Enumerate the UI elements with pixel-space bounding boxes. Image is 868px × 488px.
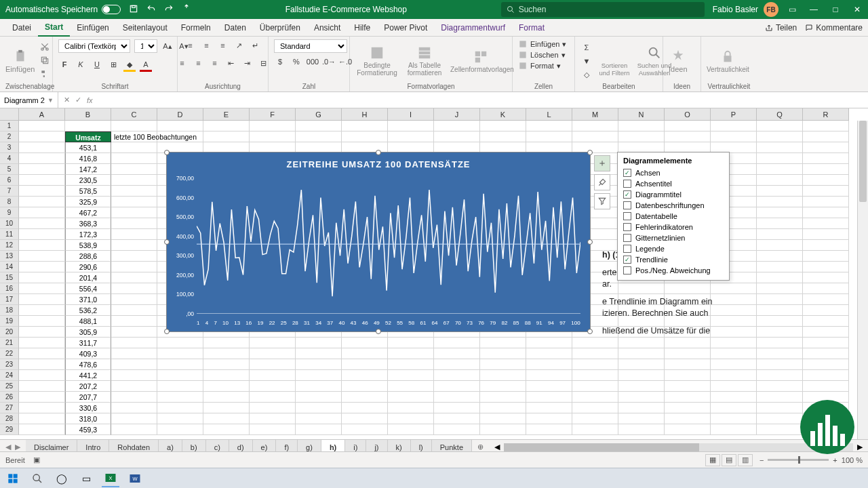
flyout-item[interactable]: ✓Achsen xyxy=(623,167,724,178)
row-header[interactable]: 3 xyxy=(0,142,19,153)
cell[interactable]: 441,2 xyxy=(65,370,111,381)
cell[interactable] xyxy=(757,424,803,435)
cell[interactable] xyxy=(665,359,711,370)
taskbar-search-icon[interactable] xyxy=(28,470,46,487)
cell[interactable] xyxy=(803,164,849,175)
cell[interactable] xyxy=(803,131,849,142)
cell[interactable] xyxy=(203,403,250,413)
cell[interactable] xyxy=(803,175,849,186)
cell[interactable]: 290,6 xyxy=(65,262,111,272)
row-header[interactable]: 27 xyxy=(0,403,19,413)
formula-input[interactable] xyxy=(98,92,868,108)
cell[interactable] xyxy=(296,392,342,403)
cell[interactable] xyxy=(296,413,342,424)
row-header[interactable]: 6 xyxy=(0,175,19,186)
cell[interactable] xyxy=(434,338,480,348)
cell[interactable] xyxy=(19,229,65,240)
cell[interactable]: 368,3 xyxy=(65,218,111,229)
cell[interactable] xyxy=(157,403,203,413)
cell[interactable] xyxy=(111,403,157,413)
column-header[interactable]: M xyxy=(572,108,618,121)
column-header[interactable]: A xyxy=(19,108,65,121)
cell[interactable] xyxy=(803,229,849,240)
sheet-next-icon[interactable]: ▶ xyxy=(15,443,20,451)
conditional-formatting-button[interactable]: Bedingte Formatierung xyxy=(355,45,399,77)
resize-handle[interactable] xyxy=(164,150,170,155)
cell[interactable] xyxy=(19,359,65,370)
cell[interactable] xyxy=(526,403,572,413)
checkbox[interactable]: ✓ xyxy=(623,190,631,199)
row-header[interactable]: 25 xyxy=(0,381,19,392)
cell[interactable] xyxy=(388,131,434,142)
cell[interactable] xyxy=(434,359,480,370)
tab-ansicht[interactable]: Ansicht xyxy=(307,19,347,37)
cell[interactable] xyxy=(388,348,434,359)
record-macro-icon[interactable]: ▣ xyxy=(33,455,40,464)
row-header[interactable]: 16 xyxy=(0,283,19,294)
row-header[interactable]: 11 xyxy=(0,229,19,240)
row-header[interactable]: 15 xyxy=(0,272,19,283)
cell[interactable]: 318,0 xyxy=(65,413,111,424)
cell[interactable] xyxy=(250,392,296,403)
cell[interactable]: 330,6 xyxy=(65,403,111,413)
row-header[interactable]: 12 xyxy=(0,240,19,251)
comments-button[interactable]: Kommentare xyxy=(805,23,863,33)
row-header[interactable]: 8 xyxy=(0,197,19,207)
cell[interactable] xyxy=(480,338,526,348)
sort-filter-button[interactable]: Sortieren und Filtern xyxy=(598,45,631,77)
cell[interactable] xyxy=(480,413,526,424)
column-header[interactable]: K xyxy=(480,108,526,121)
cell[interactable]: 578,5 xyxy=(65,186,111,197)
cell[interactable] xyxy=(757,413,803,424)
cell[interactable] xyxy=(111,370,157,381)
paste-button[interactable]: Einfügen xyxy=(5,49,35,73)
decrease-indent-icon[interactable]: ⇤ xyxy=(225,57,237,69)
sheet-prev-icon[interactable]: ◀ xyxy=(5,443,11,451)
checkbox[interactable] xyxy=(623,266,631,274)
zoom-level[interactable]: 100 % xyxy=(842,456,863,464)
cell[interactable] xyxy=(342,403,388,413)
checkbox[interactable] xyxy=(623,212,631,220)
share-button[interactable]: Teilen xyxy=(765,23,797,33)
cell[interactable] xyxy=(157,348,203,359)
chart-elements-button[interactable]: ＋ xyxy=(594,155,610,171)
cell[interactable] xyxy=(342,121,388,131)
cell[interactable] xyxy=(19,316,65,327)
flyout-item[interactable]: Datenbeschriftungen xyxy=(623,200,724,211)
cell[interactable] xyxy=(157,359,203,370)
cell[interactable]: 467,2 xyxy=(65,207,111,218)
cell[interactable] xyxy=(111,381,157,392)
cell[interactable] xyxy=(296,424,342,435)
cell[interactable] xyxy=(757,381,803,392)
vertical-scrollbar[interactable] xyxy=(857,121,868,441)
cell[interactable] xyxy=(803,142,849,153)
cell[interactable]: 147,2 xyxy=(65,164,111,175)
cell[interactable] xyxy=(19,218,65,229)
copy-icon[interactable] xyxy=(40,56,50,66)
merge-icon[interactable]: ⊟ xyxy=(258,57,270,69)
cell[interactable] xyxy=(757,348,803,359)
row-header[interactable]: 29 xyxy=(0,424,19,435)
font-name-select[interactable]: Calibri (Textkörper) xyxy=(58,39,130,53)
cell[interactable] xyxy=(19,240,65,251)
cell[interactable] xyxy=(296,359,342,370)
cell[interactable] xyxy=(111,121,157,131)
cell[interactable] xyxy=(111,327,157,338)
row-header[interactable]: 13 xyxy=(0,251,19,262)
column-header[interactable]: G xyxy=(296,108,342,121)
cell[interactable] xyxy=(711,392,757,403)
cell[interactable] xyxy=(111,283,157,294)
cell[interactable] xyxy=(388,413,434,424)
cell[interactable] xyxy=(19,381,65,392)
cell[interactable] xyxy=(526,121,572,131)
cell[interactable] xyxy=(480,403,526,413)
cell[interactable]: 459,3 xyxy=(65,424,111,435)
tab-formeln[interactable]: Formeln xyxy=(174,19,218,37)
cut-icon[interactable] xyxy=(40,42,50,53)
cell[interactable] xyxy=(434,392,480,403)
select-all-corner[interactable] xyxy=(0,108,19,121)
cell[interactable] xyxy=(803,381,849,392)
cell[interactable] xyxy=(111,262,157,272)
cell[interactable] xyxy=(19,207,65,218)
cell[interactable] xyxy=(665,413,711,424)
